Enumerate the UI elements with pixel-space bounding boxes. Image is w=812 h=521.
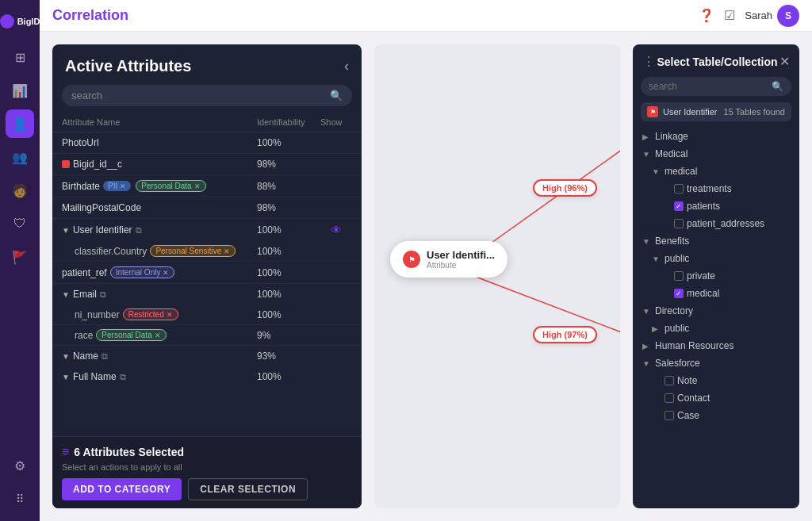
tree-checkbox-medical-benefits[interactable]: ✓ xyxy=(674,289,684,298)
filter-label: User Identifier xyxy=(663,107,719,117)
tree-item-patients[interactable]: ▶ ✓ patients xyxy=(638,197,795,215)
selected-icon: ≡ xyxy=(62,445,69,459)
tree-item-medical-benefits[interactable]: ▶ ✓ medical xyxy=(638,285,795,302)
attr-name: ▼ Name ⧉ xyxy=(62,351,257,362)
expand-icon[interactable]: ▼ xyxy=(62,373,70,381)
table-header: Attribute Name Identifiability Show xyxy=(52,113,362,132)
tree-checkbox-note[interactable] xyxy=(665,376,674,385)
nav-person-icon[interactable]: 🧑 xyxy=(6,176,34,205)
nav-flag-icon[interactable]: 🚩 xyxy=(6,243,34,271)
tag-remove-icon[interactable]: ✕ xyxy=(155,331,161,339)
nav-identity-icon[interactable]: 👤 xyxy=(6,109,34,138)
app-logo: BigID xyxy=(0,8,40,35)
tree-item-contact[interactable]: ▶ Contact xyxy=(638,389,795,407)
tree-checkbox-private[interactable] xyxy=(674,271,684,281)
attr-identifiability: 98% xyxy=(257,159,320,170)
table-tree: ▶ Linkage ▼ Medical ▼ medical ▶ treatmen… xyxy=(633,128,799,508)
tree-item-directory-public[interactable]: ▶ public xyxy=(638,320,795,337)
table-row: ni_number Restricted ✕ 100% xyxy=(52,305,362,325)
tree-item-benefits[interactable]: ▼ Benefits xyxy=(638,232,795,250)
tree-checkbox-case[interactable] xyxy=(665,411,674,420)
tree-label: Linkage xyxy=(655,131,688,142)
right-search-input[interactable] xyxy=(649,81,768,92)
chevron-right-icon: ▶ xyxy=(642,132,652,141)
tree-item-linkage[interactable]: ▶ Linkage xyxy=(638,128,795,145)
nav-settings-icon[interactable]: ⚙ xyxy=(6,451,34,480)
user-menu[interactable]: Sarah S xyxy=(745,5,799,27)
restricted-tag: Restricted ✕ xyxy=(123,308,178,320)
center-node-title: User Identifi... xyxy=(427,249,495,261)
tree-checkbox-patient-addresses[interactable] xyxy=(674,219,684,228)
tag-remove-icon[interactable]: ✕ xyxy=(194,182,201,190)
tree-checkbox-contact[interactable] xyxy=(665,393,674,403)
tree-item-public-benefits[interactable]: ▼ public xyxy=(638,250,795,267)
chevron-right-icon: ▶ xyxy=(642,342,652,351)
attr-name: MailingPostalCode xyxy=(62,202,257,213)
center-attribute-node[interactable]: ⚑ User Identifi... Attribute xyxy=(390,241,508,278)
notifications-icon[interactable]: ☑ xyxy=(724,8,735,23)
nav-apps-icon[interactable]: ⠿ xyxy=(6,485,34,513)
help-icon[interactable]: ❓ xyxy=(699,8,714,23)
tree-label: treatments xyxy=(687,183,732,194)
tree-label: Case xyxy=(677,410,699,421)
attr-search-bar: 🔍 xyxy=(62,85,352,106)
bottom-actions: ADD TO CATEGORY CLEAR SELECTION xyxy=(62,478,352,500)
tree-item-medical-sub[interactable]: ▼ medical xyxy=(638,163,795,180)
filter-flag-icon: ⚑ xyxy=(647,106,658,117)
filter-count: 15 Tables found xyxy=(724,107,785,117)
tree-label: patient_addresses xyxy=(687,218,764,229)
nav-chart-icon[interactable]: 📊 xyxy=(6,76,34,105)
top-bar: Correlation ❓ ☑ Sarah S xyxy=(40,0,812,32)
tree-label: patients xyxy=(687,201,720,212)
tag-remove-icon[interactable]: ✕ xyxy=(163,269,169,277)
tree-item-salesforce[interactable]: ▼ Salesforce xyxy=(638,354,795,372)
right-panel-close-button[interactable]: ✕ xyxy=(779,54,790,69)
tree-label: medical xyxy=(687,288,719,299)
tree-item-directory[interactable]: ▼ Directory xyxy=(638,302,795,320)
tree-checkbox-treatments[interactable] xyxy=(674,184,684,193)
add-to-category-button[interactable]: ADD TO CATEGORY xyxy=(62,478,182,500)
tree-item-case[interactable]: ▶ Case xyxy=(638,407,795,424)
col-name: Attribute Name xyxy=(62,117,257,127)
tag-remove-icon[interactable]: ✕ xyxy=(120,182,126,190)
attr-name: ni_number Restricted ✕ xyxy=(75,308,257,320)
nav-shield-icon[interactable]: 🛡 xyxy=(6,209,34,238)
attr-name: PhotoUrl xyxy=(62,137,257,148)
copy-icon: ⧉ xyxy=(120,372,126,382)
chevron-down-icon: ▼ xyxy=(642,150,652,159)
panel-collapse-button[interactable]: ‹ xyxy=(344,58,349,75)
tree-label: private xyxy=(687,270,715,282)
tree-label: Salesforce xyxy=(655,358,700,369)
tag-remove-icon[interactable]: ✕ xyxy=(224,247,230,255)
copy-icon: ⧉ xyxy=(100,289,106,300)
checkmark-icon: ✓ xyxy=(676,289,682,297)
tree-item-treatments[interactable]: ▶ treatments xyxy=(638,180,795,197)
table-row: ▼ User Identifier ⧉ 100% 👁 xyxy=(52,219,362,241)
selection-bottom-bar: ≡ 6 Attributes Selected Select an action… xyxy=(52,436,362,508)
more-options-icon[interactable]: ⋮ xyxy=(642,54,655,69)
tree-checkbox-patients[interactable]: ✓ xyxy=(674,201,684,211)
tree-item-medical-group[interactable]: ▼ Medical xyxy=(638,145,795,163)
nav-grid-icon[interactable]: ⊞ xyxy=(6,43,34,71)
panel-header: Active Attributes ‹ xyxy=(52,44,362,85)
pii-tag: PII ✕ xyxy=(103,181,131,191)
tree-item-note[interactable]: ▶ Note xyxy=(638,372,795,389)
visibility-icon[interactable]: 👁 xyxy=(331,224,342,236)
chevron-down-icon: ▼ xyxy=(642,359,652,368)
tree-label: public xyxy=(665,253,689,264)
attr-search-input[interactable] xyxy=(71,90,325,102)
expand-icon[interactable]: ▼ xyxy=(62,226,70,235)
table-row: PhotoUrl 100% xyxy=(52,132,362,154)
expand-icon[interactable]: ▼ xyxy=(62,352,70,361)
internal-tag: Internal Only ✕ xyxy=(110,266,175,278)
clear-selection-button[interactable]: CLEAR SELECTION xyxy=(188,478,308,500)
expand-icon[interactable]: ▼ xyxy=(62,290,70,299)
table-row: patient_ref Internal Only ✕ 100% xyxy=(52,262,362,284)
chevron-down-icon: ▼ xyxy=(652,167,661,176)
nav-group-icon[interactable]: 👥 xyxy=(6,143,34,171)
tree-item-patient-addresses[interactable]: ▶ patient_addresses xyxy=(638,215,795,232)
tag-remove-icon[interactable]: ✕ xyxy=(167,311,173,319)
left-navigation: BigID ⊞ 📊 👤 👥 🧑 🛡 🚩 ⚙ ⠿ xyxy=(0,0,40,521)
tree-item-private[interactable]: ▶ private xyxy=(638,267,795,285)
tree-item-human-resources[interactable]: ▶ Human Resources xyxy=(638,337,795,354)
